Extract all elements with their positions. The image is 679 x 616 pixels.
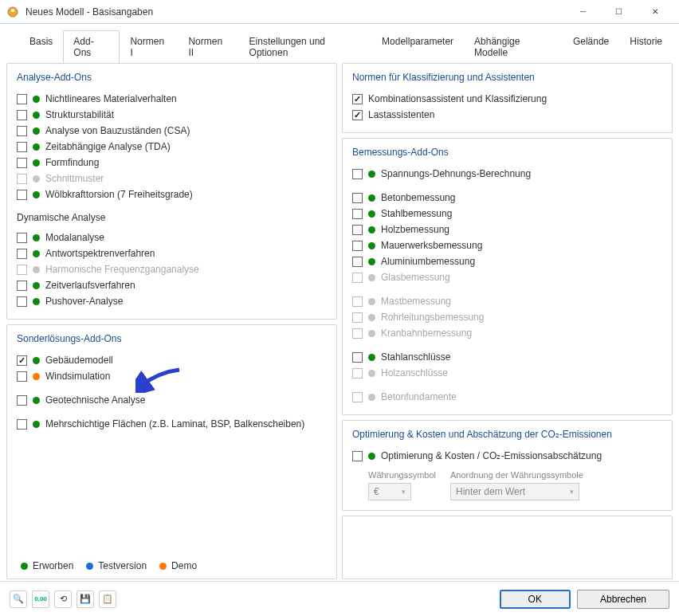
addon-label: Wölbkrafttorsion (7 Freiheitsgrade) [45, 189, 193, 200]
tab-abhängige-modelle[interactable]: Abhängige Modelle [464, 30, 563, 63]
addon-item: Zeitabhängige Analyse (TDA) [17, 139, 327, 155]
maximize-button[interactable]: ☐ [601, 0, 637, 24]
footer-icon-1[interactable]: 🔍 [10, 590, 27, 608]
checkbox[interactable] [352, 451, 363, 461]
addon-item: Aluminiumbemessung [352, 253, 662, 269]
status-dot [33, 191, 40, 198]
cancel-button[interactable]: Abbrechen [577, 590, 669, 609]
addon-label: Glasbemessung [381, 272, 450, 283]
addon-label: Strukturstabilität [45, 109, 114, 120]
addon-label: Gebäudemodell [45, 355, 113, 366]
tab-normen-i[interactable]: Normen I [120, 30, 178, 63]
arrangement-label: Anordnung der Währungssymbole [450, 470, 583, 480]
status-dot [368, 354, 375, 361]
checkbox[interactable] [17, 249, 27, 259]
footer-icon-4[interactable]: 💾 [77, 590, 94, 608]
addon-item: Mehrschichtige Flächen (z.B. Laminat, BS… [17, 416, 327, 432]
status-dot [33, 282, 40, 289]
checkbox[interactable] [352, 209, 363, 219]
status-dot [368, 370, 375, 377]
checkbox[interactable] [352, 110, 363, 120]
checkbox[interactable] [17, 419, 27, 430]
footer-icon-3[interactable]: ⟲ [54, 590, 72, 608]
checkbox[interactable] [352, 241, 363, 251]
addon-label: Aluminiumbemessung [381, 256, 475, 267]
addon-item: Optimierung & Kosten / CO₂-Emissionsabsc… [352, 448, 662, 464]
minimize-button[interactable]: ─ [565, 0, 601, 24]
close-button[interactable]: ✕ [637, 0, 673, 24]
tab-normen-ii[interactable]: Normen II [178, 30, 238, 63]
checkbox[interactable] [17, 158, 27, 168]
checkbox[interactable] [352, 169, 363, 179]
footer-icon-2[interactable]: 0,00 [32, 590, 49, 608]
window-title: Neues Modell - Basisangaben [26, 6, 565, 18]
tab-historie[interactable]: Historie [619, 30, 673, 63]
addon-label: Lastassistenten [368, 109, 434, 120]
status-dot [33, 128, 40, 135]
addon-label: Mehrschichtige Flächen (z.B. Laminat, BS… [45, 418, 304, 430]
addon-label: Optimierung & Kosten / CO₂-Emissionsabsc… [381, 450, 602, 461]
footer-icon-5[interactable]: 📋 [99, 590, 116, 608]
addon-item: Nichtlineares Materialverhalten [17, 91, 327, 107]
status-dot [368, 194, 375, 202]
group-optimization: Optimierung & Kosten und Abschätzung der… [342, 420, 673, 511]
addon-item: Schnittmuster [17, 171, 327, 186]
checkbox[interactable] [17, 126, 27, 136]
tab-einstellungen-und-optionen[interactable]: Einstellungen und Optionen [239, 30, 371, 63]
empty-panel [342, 516, 673, 579]
checkbox[interactable] [17, 142, 27, 152]
tab-gelände[interactable]: Gelände [563, 30, 619, 63]
addon-item: Geotechnische Analyse [17, 392, 327, 408]
addon-item: Stahlbemessung [352, 206, 662, 222]
group-norms: Normen für Klassifizierung und Assistent… [342, 63, 673, 133]
status-dot [368, 258, 375, 265]
addon-label: Zeitverlaufsverfahren [45, 280, 135, 291]
status-dot [368, 314, 375, 321]
checkbox[interactable] [352, 352, 363, 363]
checkbox[interactable] [17, 371, 27, 382]
checkbox[interactable] [352, 257, 363, 267]
status-dot [33, 159, 40, 167]
right-column: Normen für Klassifizierung und Assistent… [342, 63, 673, 579]
arrangement-select[interactable]: Hinter dem Wert▾ [450, 483, 579, 500]
addon-item: Mauerwerksbemessung [352, 237, 662, 253]
tab-add-ons[interactable]: Add-Ons [63, 30, 120, 63]
checkbox[interactable] [352, 94, 363, 104]
group-special: Sonderlösungs-Add-Ons GebäudemodellWinds… [6, 324, 337, 579]
addon-label: Kranbahnbemessung [381, 328, 472, 339]
addon-label: Antwortspektrenverfahren [45, 248, 155, 259]
status-dot [368, 171, 375, 178]
tab-modellparameter[interactable]: Modellparameter [371, 30, 464, 63]
checkbox[interactable] [17, 94, 27, 104]
footer: 🔍 0,00 ⟲ 💾 📋 OK Abbrechen [0, 581, 679, 616]
checkbox[interactable] [17, 281, 27, 291]
titlebar: Neues Modell - Basisangaben ─ ☐ ✕ [0, 0, 679, 24]
currency-select[interactable]: €▾ [368, 483, 411, 500]
addon-label: Betonbemessung [381, 192, 455, 203]
content: Analyse-Add-Ons Nichtlineares Materialve… [0, 63, 679, 586]
app-icon [6, 6, 19, 18]
checkbox[interactable] [17, 395, 27, 406]
checkbox[interactable] [352, 193, 363, 203]
addon-label: Stahlbemessung [381, 208, 452, 219]
addon-item: Mastbemessung [352, 293, 662, 309]
status-dot [368, 274, 375, 281]
ok-button[interactable]: OK [500, 590, 571, 609]
addon-item: Spannungs-Dehnungs-Berechnung [352, 166, 662, 182]
checkbox[interactable] [17, 355, 27, 366]
addon-item: Strukturstabilität [17, 107, 327, 123]
status-dot [33, 234, 40, 241]
checkbox[interactable] [17, 233, 27, 243]
addon-item: Antwortspektrenverfahren [17, 245, 327, 261]
checkbox[interactable] [352, 225, 363, 235]
tab-basis[interactable]: Basis [19, 30, 63, 63]
annotation-arrow [135, 366, 183, 393]
addon-label: Analyse von Bauzuständen (CSA) [45, 125, 190, 136]
checkbox[interactable] [17, 190, 27, 200]
addon-item: Modalanalyse [17, 230, 327, 245]
status-dot [33, 397, 40, 404]
checkbox[interactable] [17, 110, 27, 120]
group-special-title: Sonderlösungs-Add-Ons [17, 333, 327, 344]
checkbox[interactable] [17, 296, 27, 307]
status-dot [33, 96, 40, 103]
